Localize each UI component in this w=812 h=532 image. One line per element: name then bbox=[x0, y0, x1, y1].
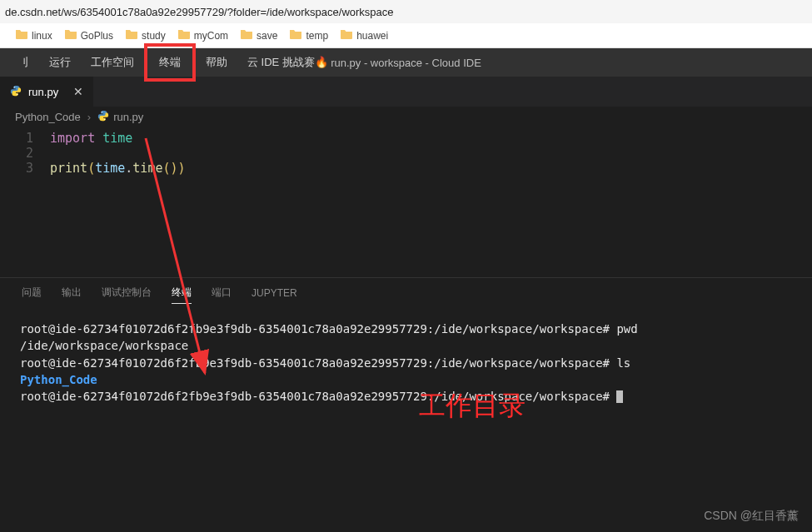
terminal-line: /ide/workspace/workspace bbox=[20, 337, 792, 354]
svg-point-0 bbox=[14, 86, 15, 87]
cursor bbox=[616, 390, 623, 403]
editor-line[interactable]: 3print(time.time()) bbox=[0, 161, 812, 176]
window-title: run.py - workspace - Cloud IDE bbox=[331, 57, 481, 69]
menu-运行[interactable]: 运行 bbox=[39, 50, 81, 75]
terminal-line: root@ide-62734f01072d6f2fb9e3f9db-635400… bbox=[20, 388, 792, 405]
menu-云 IDE 挑战赛[interactable]: 云 IDE 挑战赛🔥 bbox=[237, 50, 338, 75]
svg-point-3 bbox=[104, 119, 105, 120]
terminal-line: root@ide-62734f01072d6f2fb9e3f9db-635400… bbox=[20, 321, 792, 337]
editor-tab-runpy[interactable]: run.py ✕ bbox=[0, 77, 93, 107]
menu-帮助[interactable]: 帮助 bbox=[196, 50, 237, 75]
folder-icon bbox=[289, 28, 302, 42]
folder-icon bbox=[240, 28, 253, 42]
bookmark-save[interactable]: save bbox=[240, 28, 277, 42]
panel-tab-问题[interactable]: 问题 bbox=[22, 282, 42, 303]
menu-刂[interactable]: 刂 bbox=[8, 50, 39, 75]
bookmark-temp[interactable]: temp bbox=[289, 28, 328, 42]
folder-icon bbox=[15, 28, 28, 42]
panel-tab-输出[interactable]: 输出 bbox=[62, 282, 82, 303]
terminal[interactable]: root@ide-62734f01072d6f2fb9e3f9db-635400… bbox=[0, 307, 812, 411]
python-icon bbox=[10, 85, 22, 99]
bookmark-myCom[interactable]: myCom bbox=[177, 28, 228, 42]
editor-tabbar: run.py ✕ bbox=[0, 77, 812, 107]
menu-终端[interactable]: 终端 bbox=[144, 43, 196, 82]
breadcrumb-folder[interactable]: Python_Code bbox=[15, 111, 81, 123]
bookmark-linux[interactable]: linux bbox=[15, 28, 52, 42]
chevron-right-icon: › bbox=[87, 111, 91, 123]
terminal-line: Python_Code bbox=[20, 371, 792, 388]
menu-工作空间[interactable]: 工作空间 bbox=[81, 50, 144, 75]
code-editor[interactable]: 1import time23print(time.time()) bbox=[0, 127, 812, 277]
folder-icon bbox=[340, 28, 353, 42]
bookmark-huawei[interactable]: huawei bbox=[340, 28, 388, 42]
editor-line[interactable]: 2 bbox=[0, 146, 812, 161]
ide-root: 刂运行工作空间终端帮助云 IDE 挑战赛🔥run.py - workspace … bbox=[0, 48, 812, 532]
url-bar[interactable]: de.csdn.net/ws/6354001c78a0a92e29957729/… bbox=[0, 0, 812, 23]
breadcrumb-file[interactable]: run.py bbox=[97, 110, 143, 124]
svg-point-2 bbox=[102, 112, 102, 112]
line-number: 2 bbox=[0, 146, 50, 161]
svg-point-1 bbox=[17, 93, 17, 94]
menubar: 刂运行工作空间终端帮助云 IDE 挑战赛🔥run.py - workspace … bbox=[0, 48, 812, 77]
breadcrumb[interactable]: Python_Code › run.py bbox=[0, 107, 812, 127]
line-number: 3 bbox=[0, 161, 50, 176]
line-number: 1 bbox=[0, 131, 50, 146]
editor-line[interactable]: 1import time bbox=[0, 131, 812, 146]
bookmark-study[interactable]: study bbox=[125, 28, 166, 42]
folder-icon bbox=[125, 28, 138, 42]
bookmarks-bar: linuxGoPlusstudymyComsavetemphuawei bbox=[0, 23, 812, 48]
bookmark-GoPlus[interactable]: GoPlus bbox=[64, 28, 113, 42]
watermark: CSDN @红目香薰 bbox=[704, 509, 799, 524]
panel-tabs: 问题输出调试控制台终端端口JUPYTER bbox=[0, 277, 812, 307]
tab-label: run.py bbox=[28, 86, 58, 98]
folder-icon bbox=[64, 28, 77, 42]
folder-icon bbox=[177, 28, 191, 42]
terminal-line: root@ide-62734f01072d6f2fb9e3f9db-635400… bbox=[20, 355, 792, 371]
annotation-label: 工作目录 bbox=[419, 388, 526, 425]
panel-tab-JUPYTER[interactable]: JUPYTER bbox=[252, 284, 297, 302]
panel-tab-调试控制台[interactable]: 调试控制台 bbox=[102, 282, 152, 303]
close-icon[interactable]: ✕ bbox=[73, 85, 83, 98]
panel-tab-终端[interactable]: 终端 bbox=[172, 282, 192, 304]
panel-tab-端口[interactable]: 端口 bbox=[212, 282, 232, 303]
python-icon bbox=[97, 110, 109, 124]
